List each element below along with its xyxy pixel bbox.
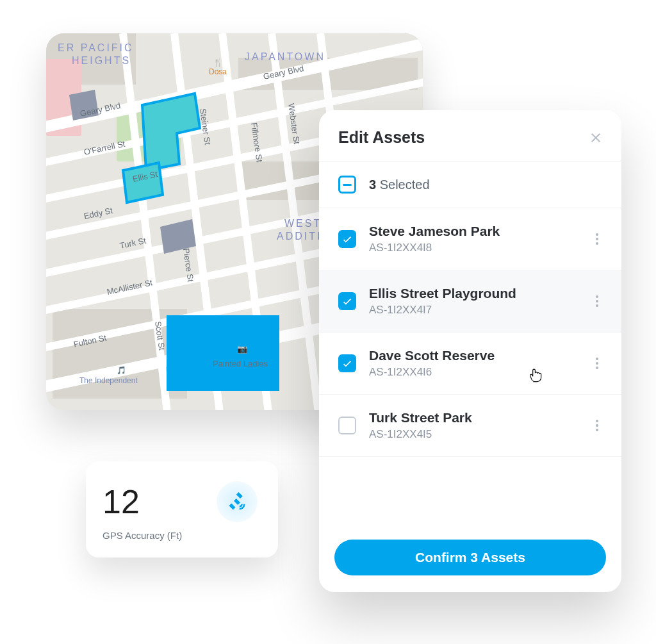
- asset-row[interactable]: Steve Jameson Park AS-1I2XX4I8: [319, 208, 621, 270]
- check-icon: [341, 295, 353, 307]
- more-vertical-icon: [589, 293, 605, 309]
- map-label-pacific-2: HEIGHTS: [72, 55, 131, 66]
- asset-id: AS-1I2XX4I6: [369, 366, 577, 379]
- asset-checkbox[interactable]: [338, 417, 356, 434]
- svg-point-36: [596, 367, 598, 369]
- check-icon: [341, 358, 353, 369]
- svg-point-31: [596, 295, 598, 298]
- asset-more-button[interactable]: [589, 418, 605, 433]
- asset-more-button[interactable]: [589, 356, 605, 371]
- selection-summary-row: 3 Selected: [319, 161, 621, 208]
- asset-checkbox[interactable]: [338, 230, 356, 248]
- svg-point-38: [596, 424, 598, 427]
- select-all-checkbox[interactable]: [338, 176, 356, 194]
- svg-point-32: [596, 300, 598, 302]
- asset-checkbox[interactable]: [338, 292, 356, 310]
- asset-id: AS-1I2XX4I5: [369, 428, 577, 441]
- asset-name: Dave Scott Reserve: [369, 348, 577, 363]
- asset-row[interactable]: Dave Scott Reserve AS-1I2XX4I6: [319, 333, 621, 395]
- asset-row[interactable]: Turk Street Park AS-1I2XX4I5: [319, 395, 621, 457]
- gps-accuracy-card: 12 GPS Accuracy (Ft): [86, 461, 278, 557]
- more-vertical-icon: [589, 418, 605, 433]
- asset-more-button[interactable]: [589, 231, 605, 247]
- asset-name: Turk Street Park: [369, 410, 577, 425]
- asset-id: AS-1I2XX4I8: [369, 242, 577, 254]
- svg-text:🎵: 🎵: [117, 365, 126, 375]
- map-label-pacific-1: ER PACIFIC: [58, 42, 134, 53]
- close-button[interactable]: [588, 130, 603, 145]
- svg-point-28: [596, 233, 598, 236]
- svg-point-30: [596, 242, 598, 245]
- svg-text:📷: 📷: [237, 343, 248, 354]
- gps-accuracy-value: 12: [102, 485, 140, 518]
- svg-text:🍴: 🍴: [213, 58, 223, 67]
- satellite-icon: [217, 481, 258, 522]
- more-vertical-icon: [589, 231, 605, 247]
- more-vertical-icon: [589, 356, 605, 371]
- svg-point-29: [596, 238, 598, 240]
- check-icon: [341, 233, 353, 245]
- svg-point-37: [596, 420, 598, 422]
- svg-point-34: [596, 358, 598, 360]
- map-label-japantown: JAPANTOWN: [245, 51, 325, 62]
- poi-dosa: Dosa: [209, 67, 227, 76]
- asset-row[interactable]: Ellis Street Playground AS-1I2XX4I7: [319, 270, 621, 333]
- svg-point-33: [596, 304, 598, 307]
- minus-icon: [343, 184, 352, 186]
- edit-assets-panel: Edit Assets 3 Selected Steve Jameson Par…: [319, 110, 621, 592]
- asset-name: Steve Jameson Park: [369, 224, 577, 239]
- panel-title: Edit Assets: [338, 128, 425, 147]
- poi-independent: The Independent: [79, 376, 138, 385]
- asset-more-button[interactable]: [589, 293, 605, 309]
- asset-id: AS-1I2XX4I7: [369, 304, 577, 317]
- svg-point-39: [596, 429, 598, 431]
- confirm-button[interactable]: Confirm 3 Assets: [334, 540, 606, 575]
- asset-checkbox[interactable]: [338, 354, 356, 372]
- map-label-westadd-2: ADDITI: [277, 231, 322, 242]
- poi-painted-ladies: Painted Ladies: [213, 359, 268, 368]
- map-label-westadd-1: WEST: [284, 218, 322, 229]
- svg-marker-23: [123, 163, 163, 202]
- selection-summary-text: 3 Selected: [369, 178, 430, 192]
- svg-point-35: [596, 362, 598, 365]
- svg-rect-24: [167, 315, 279, 391]
- close-icon: [588, 130, 603, 145]
- gps-accuracy-label: GPS Accuracy (Ft): [102, 530, 261, 541]
- asset-name: Ellis Street Playground: [369, 286, 577, 301]
- asset-list[interactable]: Steve Jameson Park AS-1I2XX4I8 Ellis Str…: [319, 208, 621, 527]
